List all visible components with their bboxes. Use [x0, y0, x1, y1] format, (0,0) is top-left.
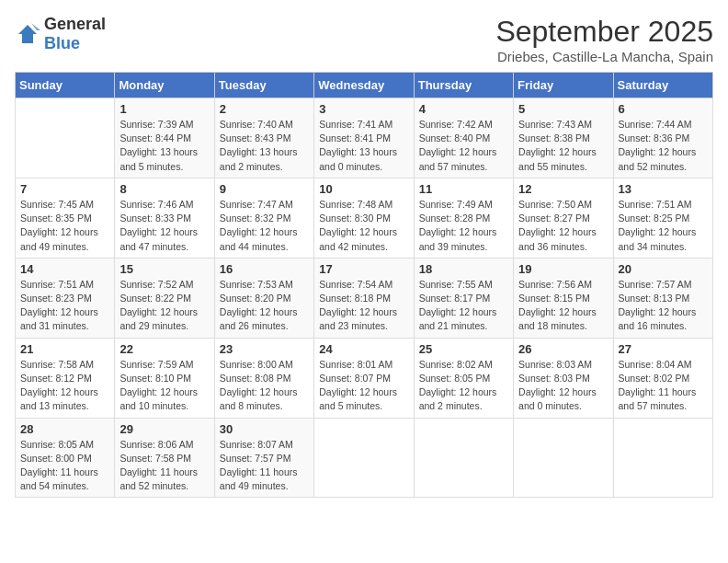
day-info: Sunrise: 7:53 AM Sunset: 8:20 PM Dayligh… — [220, 278, 309, 334]
header-cell-friday: Friday — [514, 73, 613, 98]
calendar-cell: 15Sunrise: 7:52 AM Sunset: 8:22 PM Dayli… — [115, 258, 214, 338]
day-info: Sunrise: 7:51 AM Sunset: 8:25 PM Dayligh… — [619, 198, 708, 254]
calendar-cell — [16, 98, 115, 178]
calendar-cell: 6Sunrise: 7:44 AM Sunset: 8:36 PM Daylig… — [613, 98, 712, 178]
day-number: 1 — [119, 102, 209, 116]
day-info: Sunrise: 8:06 AM Sunset: 7:58 PM Dayligh… — [119, 438, 209, 494]
logo-icon — [15, 21, 40, 47]
calendar-cell: 16Sunrise: 7:53 AM Sunset: 8:20 PM Dayli… — [214, 258, 313, 338]
calendar-cell: 30Sunrise: 8:07 AM Sunset: 7:57 PM Dayli… — [214, 418, 313, 498]
day-info: Sunrise: 7:43 AM Sunset: 8:38 PM Dayligh… — [518, 118, 608, 174]
title-area: September 2025 Driebes, Castille-La Manc… — [495, 15, 713, 64]
header-cell-sunday: Sunday — [16, 73, 115, 98]
day-number: 16 — [220, 262, 309, 276]
day-number: 6 — [619, 102, 708, 116]
logo: General Blue — [15, 15, 106, 53]
week-row-2: 7Sunrise: 7:45 AM Sunset: 8:35 PM Daylig… — [16, 178, 713, 258]
day-info: Sunrise: 7:56 AM Sunset: 8:15 PM Dayligh… — [518, 278, 608, 334]
calendar-cell: 22Sunrise: 7:59 AM Sunset: 8:10 PM Dayli… — [115, 338, 214, 418]
day-number: 9 — [220, 182, 309, 196]
calendar-cell: 7Sunrise: 7:45 AM Sunset: 8:35 PM Daylig… — [16, 178, 115, 258]
calendar-cell: 4Sunrise: 7:42 AM Sunset: 8:40 PM Daylig… — [414, 98, 513, 178]
day-info: Sunrise: 7:47 AM Sunset: 8:32 PM Dayligh… — [220, 198, 309, 254]
calendar-cell: 8Sunrise: 7:46 AM Sunset: 8:33 PM Daylig… — [115, 178, 214, 258]
day-info: Sunrise: 8:05 AM Sunset: 8:00 PM Dayligh… — [20, 438, 109, 494]
calendar-cell: 12Sunrise: 7:50 AM Sunset: 8:27 PM Dayli… — [514, 178, 613, 258]
calendar-cell: 3Sunrise: 7:41 AM Sunset: 8:41 PM Daylig… — [314, 98, 414, 178]
calendar-cell — [514, 418, 613, 498]
calendar-cell: 28Sunrise: 8:05 AM Sunset: 8:00 PM Dayli… — [16, 418, 115, 498]
day-number: 27 — [619, 342, 708, 356]
calendar-cell — [414, 418, 513, 498]
header: General Blue September 2025 Driebes, Cas… — [15, 15, 713, 64]
week-row-5: 28Sunrise: 8:05 AM Sunset: 8:00 PM Dayli… — [16, 418, 713, 498]
week-row-4: 21Sunrise: 7:58 AM Sunset: 8:12 PM Dayli… — [16, 338, 713, 418]
logo-blue: Blue — [44, 34, 80, 52]
svg-marker-1 — [31, 23, 40, 30]
calendar-cell: 11Sunrise: 7:49 AM Sunset: 8:28 PM Dayli… — [414, 178, 513, 258]
calendar-cell: 18Sunrise: 7:55 AM Sunset: 8:17 PM Dayli… — [414, 258, 513, 338]
calendar-cell: 5Sunrise: 7:43 AM Sunset: 8:38 PM Daylig… — [514, 98, 613, 178]
day-number: 7 — [20, 182, 109, 196]
day-info: Sunrise: 7:46 AM Sunset: 8:33 PM Dayligh… — [119, 198, 209, 254]
day-info: Sunrise: 7:45 AM Sunset: 8:35 PM Dayligh… — [20, 198, 109, 254]
day-number: 12 — [518, 182, 608, 196]
header-cell-wednesday: Wednesday — [314, 73, 414, 98]
day-info: Sunrise: 7:39 AM Sunset: 8:44 PM Dayligh… — [119, 118, 209, 174]
day-info: Sunrise: 8:03 AM Sunset: 8:03 PM Dayligh… — [518, 358, 608, 414]
calendar-cell: 23Sunrise: 8:00 AM Sunset: 8:08 PM Dayli… — [214, 338, 313, 418]
calendar-title: September 2025 — [495, 15, 713, 49]
day-info: Sunrise: 7:54 AM Sunset: 8:18 PM Dayligh… — [319, 278, 408, 334]
day-number: 20 — [619, 262, 708, 276]
day-number: 22 — [119, 342, 209, 356]
calendar-cell: 13Sunrise: 7:51 AM Sunset: 8:25 PM Dayli… — [613, 178, 712, 258]
day-info: Sunrise: 7:42 AM Sunset: 8:40 PM Dayligh… — [419, 118, 508, 174]
day-info: Sunrise: 8:01 AM Sunset: 8:07 PM Dayligh… — [319, 358, 408, 414]
day-number: 30 — [220, 422, 309, 436]
calendar-cell — [314, 418, 414, 498]
day-number: 23 — [220, 342, 309, 356]
calendar-cell: 20Sunrise: 7:57 AM Sunset: 8:13 PM Dayli… — [613, 258, 712, 338]
day-number: 15 — [119, 262, 209, 276]
day-number: 13 — [619, 182, 708, 196]
day-number: 18 — [419, 262, 508, 276]
day-number: 28 — [20, 422, 109, 436]
calendar-cell: 29Sunrise: 8:06 AM Sunset: 7:58 PM Dayli… — [115, 418, 214, 498]
header-cell-thursday: Thursday — [414, 73, 513, 98]
day-number: 19 — [518, 262, 608, 276]
day-info: Sunrise: 7:52 AM Sunset: 8:22 PM Dayligh… — [119, 278, 209, 334]
calendar-cell — [613, 418, 712, 498]
day-info: Sunrise: 7:51 AM Sunset: 8:23 PM Dayligh… — [20, 278, 109, 334]
calendar-cell: 21Sunrise: 7:58 AM Sunset: 8:12 PM Dayli… — [16, 338, 115, 418]
day-info: Sunrise: 7:48 AM Sunset: 8:30 PM Dayligh… — [319, 198, 408, 254]
day-number: 29 — [119, 422, 209, 436]
day-info: Sunrise: 8:00 AM Sunset: 8:08 PM Dayligh… — [220, 358, 309, 414]
day-number: 25 — [419, 342, 508, 356]
day-info: Sunrise: 7:44 AM Sunset: 8:36 PM Dayligh… — [619, 118, 708, 174]
day-info: Sunrise: 7:49 AM Sunset: 8:28 PM Dayligh… — [419, 198, 508, 254]
day-info: Sunrise: 7:40 AM Sunset: 8:43 PM Dayligh… — [220, 118, 309, 174]
day-number: 14 — [20, 262, 109, 276]
header-cell-monday: Monday — [115, 73, 214, 98]
calendar-table: SundayMondayTuesdayWednesdayThursdayFrid… — [15, 72, 713, 498]
calendar-cell: 9Sunrise: 7:47 AM Sunset: 8:32 PM Daylig… — [214, 178, 313, 258]
day-info: Sunrise: 7:50 AM Sunset: 8:27 PM Dayligh… — [518, 198, 608, 254]
calendar-cell: 26Sunrise: 8:03 AM Sunset: 8:03 PM Dayli… — [514, 338, 613, 418]
day-number: 2 — [220, 102, 309, 116]
day-info: Sunrise: 7:41 AM Sunset: 8:41 PM Dayligh… — [319, 118, 408, 174]
day-number: 4 — [419, 102, 508, 116]
header-cell-tuesday: Tuesday — [214, 73, 313, 98]
header-row: SundayMondayTuesdayWednesdayThursdayFrid… — [16, 73, 713, 98]
day-number: 10 — [319, 182, 408, 196]
svg-marker-0 — [18, 25, 37, 43]
day-number: 26 — [518, 342, 608, 356]
calendar-cell: 25Sunrise: 8:02 AM Sunset: 8:05 PM Dayli… — [414, 338, 513, 418]
day-number: 17 — [319, 262, 408, 276]
day-info: Sunrise: 7:55 AM Sunset: 8:17 PM Dayligh… — [419, 278, 508, 334]
calendar-cell: 17Sunrise: 7:54 AM Sunset: 8:18 PM Dayli… — [314, 258, 414, 338]
week-row-1: 1Sunrise: 7:39 AM Sunset: 8:44 PM Daylig… — [16, 98, 713, 178]
day-info: Sunrise: 7:58 AM Sunset: 8:12 PM Dayligh… — [20, 358, 109, 414]
logo-general: General — [44, 15, 106, 33]
day-number: 8 — [119, 182, 209, 196]
day-number: 21 — [20, 342, 109, 356]
